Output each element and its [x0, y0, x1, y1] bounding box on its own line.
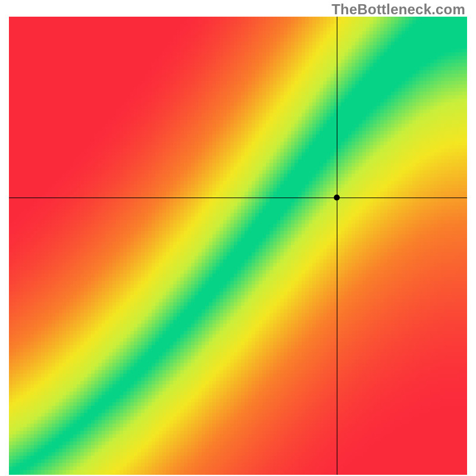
- chart-stage: TheBottleneck.com: [0, 0, 476, 476]
- heatmap-plot: [9, 17, 467, 475]
- watermark-text: TheBottleneck.com: [331, 1, 465, 18]
- heatmap-canvas: [9, 17, 467, 475]
